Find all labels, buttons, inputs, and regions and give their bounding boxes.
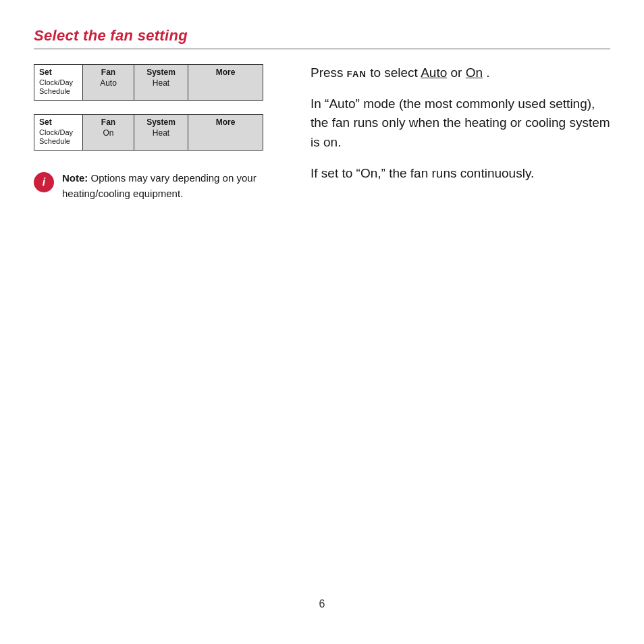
thermostat-widget-on: Set Clock/Day Schedule Fan On System Hea… <box>34 114 263 151</box>
note-body: Options may vary depending on your heati… <box>62 172 257 199</box>
widget1-fan-label: Fan <box>101 68 115 78</box>
widget2-more-cell: More <box>188 115 263 150</box>
widget1-more-cell: More <box>188 65 263 100</box>
info-icon: i <box>34 172 54 192</box>
on-link: On <box>466 65 483 80</box>
info-icon-letter: i <box>43 176 45 188</box>
widget2-set-sub2: Schedule <box>39 137 78 146</box>
widget1-set-cell: Set Clock/Day Schedule <box>34 65 83 100</box>
or-text: or <box>451 65 466 80</box>
widget2-set-cell: Set Clock/Day Schedule <box>34 115 83 150</box>
widget2-set-label: Set <box>39 117 78 128</box>
description-para2: If set to “On,” the fan runs continuousl… <box>311 164 610 184</box>
widget1-system-label: System <box>146 68 176 78</box>
widget1-set-sub2: Schedule <box>39 87 78 96</box>
description-para1: In “Auto” mode (the most commonly used s… <box>311 95 610 153</box>
page-title: Select the fan setting <box>34 27 610 45</box>
right-column: Press FAN to select Auto or On . In “Aut… <box>311 64 610 201</box>
fan-keyword: FAN <box>347 69 367 79</box>
page-container: Select the fan setting Set Clock/Day Sch… <box>0 0 644 644</box>
widget2-system-label: System <box>146 117 176 128</box>
main-layout: Set Clock/Day Schedule Fan Auto System H… <box>34 64 610 201</box>
left-column: Set Clock/Day Schedule Fan Auto System H… <box>34 64 290 201</box>
widget2-set-sub1: Clock/Day <box>39 128 78 137</box>
page-number: 6 <box>319 598 325 610</box>
widget2-system-value: Heat <box>153 128 169 139</box>
instruction-line1: Press FAN to select Auto or On . <box>311 64 610 82</box>
note-section: i Note: Options may vary depending on yo… <box>34 171 290 201</box>
widget1-set-sub1: Clock/Day <box>39 78 78 87</box>
widget1-set-label: Set <box>39 68 78 78</box>
widget1-more-label: More <box>216 68 236 78</box>
widget1-fan-cell: Fan Auto <box>83 65 134 100</box>
widget1-fan-value: Auto <box>100 78 117 89</box>
note-text: Note: Options may vary depending on your… <box>62 171 290 201</box>
period-text: . <box>486 65 489 80</box>
title-divider <box>34 49 610 49</box>
widget2-fan-cell: Fan On <box>83 115 134 150</box>
widget1-system-value: Heat <box>153 78 169 89</box>
thermostat-widget-auto: Set Clock/Day Schedule Fan Auto System H… <box>34 64 263 101</box>
widget2-more-label: More <box>216 117 236 128</box>
note-bold-label: Note: <box>62 172 88 184</box>
widget2-fan-label: Fan <box>101 117 115 128</box>
auto-link: Auto <box>421 65 447 80</box>
widget2-fan-value: On <box>103 128 113 139</box>
to-select-text: to select <box>370 65 421 80</box>
press-text: Press <box>311 65 347 80</box>
widget2-system-cell: System Heat <box>134 115 188 150</box>
widget1-system-cell: System Heat <box>134 65 188 100</box>
